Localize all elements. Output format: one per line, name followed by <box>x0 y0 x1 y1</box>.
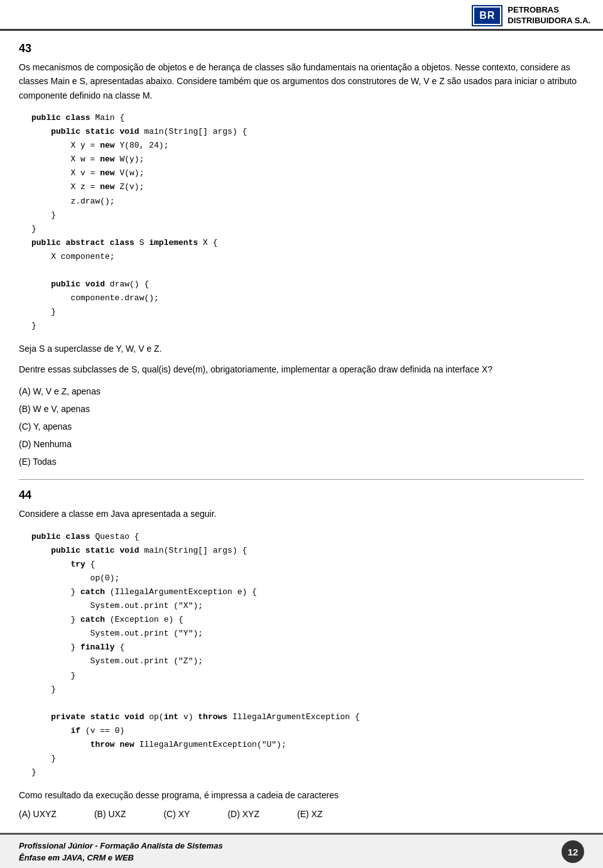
page-number: 12 <box>562 840 584 863</box>
company-name: PETROBRAS DISTRIBUIDORA S.A. <box>508 5 590 26</box>
option-44-b: (B) UXZ <box>94 809 126 819</box>
page-content: 43 Os mecanismos de composição de objeto… <box>0 31 603 868</box>
question-43-text3: Dentre essas subclasses de S, qual(is) d… <box>19 362 584 376</box>
option-44-c: (C) XY <box>163 809 190 819</box>
question-43-number: 43 <box>19 42 584 55</box>
option-43-b: (B) W e V, apenas <box>19 400 584 418</box>
page-footer: Profissional Júnior - Formação Analista … <box>0 833 603 868</box>
question-44-number: 44 <box>19 489 584 502</box>
option-44-e: (E) XZ <box>297 809 322 819</box>
option-43-c: (C) Y, apenas <box>19 418 584 435</box>
option-43-d: (D) Nenhuma <box>19 435 584 453</box>
question-43-intro: Os mecanismos de composição de objetos e… <box>19 60 584 102</box>
logo-icon: BR <box>473 6 501 25</box>
question-43-text2: Seja S a superclasse de Y, W, V e Z. <box>19 342 584 355</box>
option-43-e: (E) Todas <box>19 453 584 470</box>
option-44-d: (D) XYZ <box>227 809 259 819</box>
code-block-43: public class Main { public static void m… <box>19 111 584 334</box>
question-44-intro: Considere a classe em Java apresentada a… <box>19 507 584 521</box>
question-43-options: (A) W, V e Z, apenas (B) W e V, apenas (… <box>19 382 584 470</box>
question-44-options-row: (A) UXYZ (B) UXZ (C) XY (D) XYZ (E) XZ <box>19 809 584 819</box>
footer-text: Profissional Júnior - Formação Analista … <box>19 840 223 864</box>
option-44-a: (A) UXYZ <box>19 809 57 819</box>
option-43-a: (A) W, V e Z, apenas <box>19 382 584 400</box>
section-divider <box>19 479 584 480</box>
code-block-44: public class Questao { public static voi… <box>19 530 584 780</box>
logo-area: BR PETROBRAS DISTRIBUIDORA S.A. <box>473 5 590 26</box>
page-header: BR PETROBRAS DISTRIBUIDORA S.A. <box>0 0 603 31</box>
question-44-text2: Como resultado da execução desse program… <box>19 788 584 802</box>
